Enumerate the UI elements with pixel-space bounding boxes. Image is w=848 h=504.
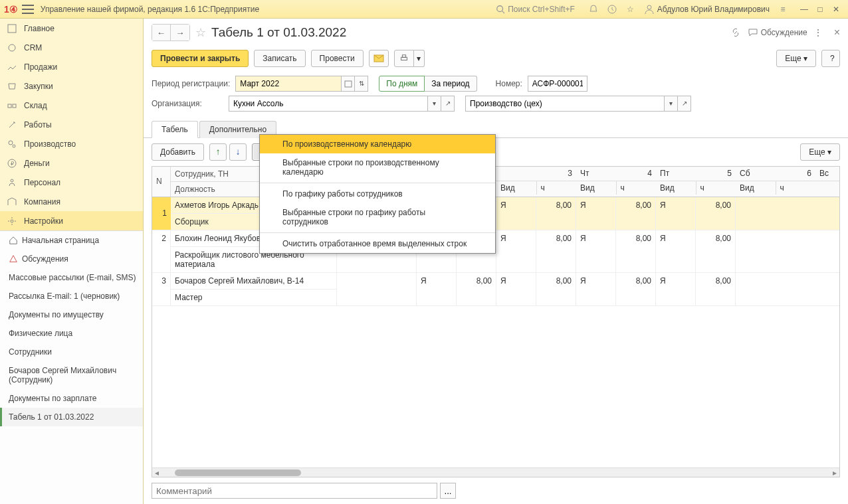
- menu-icon[interactable]: [22, 5, 34, 14]
- maximize-button[interactable]: □: [812, 3, 828, 16]
- star-icon[interactable]: ☆: [624, 3, 637, 16]
- sub-home[interactable]: Начальная страница: [0, 231, 143, 250]
- sub-individuals[interactable]: Физические лица: [0, 324, 143, 343]
- table-more-button[interactable]: Еще ▾: [800, 143, 840, 161]
- bell-icon[interactable]: [587, 3, 600, 16]
- move-down-button[interactable]: ↓: [229, 143, 247, 161]
- scroll-right-icon[interactable]: ▸: [830, 468, 839, 477]
- period-spinner[interactable]: ⇅: [355, 76, 368, 92]
- sub-email-draft[interactable]: Рассылка E-mail: 1 (черновик): [0, 287, 143, 305]
- nav-works[interactable]: Работы: [0, 115, 143, 134]
- global-search[interactable]: Поиск Ctrl+Shift+F: [496, 5, 575, 14]
- table-row[interactable]: 3 Бочаров Сергей Михайлович, В-14 Мастер…: [152, 273, 839, 306]
- grid-body[interactable]: 1 Ахметов Игорь Аркадь Сборщик Я 8,00 Я …: [152, 197, 839, 477]
- svg-line-1: [502, 11, 505, 13]
- help-button[interactable]: ?: [821, 50, 840, 67]
- svg-point-0: [497, 5, 503, 11]
- table-row[interactable]: 1 Ахметов Игорь Аркадь Сборщик Я 8,00 Я …: [152, 197, 839, 230]
- scroll-left-icon[interactable]: ◂: [152, 468, 161, 477]
- nav-production[interactable]: Производство: [0, 134, 143, 153]
- col-hours: ч: [537, 181, 577, 195]
- col-hours: ч: [776, 181, 816, 195]
- dept-dropdown-button[interactable]: ▾: [665, 96, 678, 112]
- calendar-icon: [344, 80, 352, 88]
- fill-selected-by-prod-calendar[interactable]: Выбранные строки по производственному ка…: [260, 153, 495, 181]
- row-number: 1: [152, 197, 171, 230]
- col-n: N: [152, 167, 171, 197]
- sub-mailings[interactable]: Массовые рассылки (E-mail, SMS): [0, 268, 143, 287]
- chat-icon: [748, 27, 758, 38]
- fill-by-schedule[interactable]: По графику работы сотрудников: [260, 185, 495, 203]
- settings-bars-icon[interactable]: ≡: [776, 3, 790, 16]
- by-days-toggle[interactable]: По дням: [379, 76, 425, 92]
- favorite-toggle[interactable]: ☆: [195, 25, 206, 40]
- nav-warehouse[interactable]: Склад: [0, 96, 143, 115]
- svg-rect-7: [13, 104, 16, 108]
- print-button[interactable]: [394, 50, 414, 67]
- discuss-button[interactable]: Обсуждение: [748, 27, 807, 38]
- sub-employee-card[interactable]: Бочаров Сергей Михайлович (Сотрудник): [0, 361, 143, 389]
- print-dropdown[interactable]: ▾: [414, 50, 425, 67]
- close-button[interactable]: ✕: [828, 3, 844, 16]
- dept-input[interactable]: [465, 96, 665, 112]
- nav-forward-button[interactable]: →: [171, 25, 189, 41]
- nav-crm[interactable]: CRM: [0, 38, 143, 57]
- org-input[interactable]: [229, 96, 428, 112]
- more-menu-icon[interactable]: ⋮: [814, 28, 822, 37]
- org-dropdown-button[interactable]: ▾: [428, 96, 441, 112]
- print-icon: [399, 54, 409, 63]
- sub-timesheet[interactable]: Табель 1 от 01.03.2022: [0, 408, 143, 426]
- fill-by-prod-calendar[interactable]: По производственному календарю: [260, 135, 495, 153]
- nav-settings[interactable]: Настройки: [0, 211, 143, 230]
- number-label: Номер:: [496, 79, 522, 88]
- nav-money[interactable]: ₽Деньги: [0, 153, 143, 173]
- user-name: Абдулов Юрий Владимирович: [657, 5, 770, 14]
- svg-point-12: [11, 179, 13, 182]
- nav-sales[interactable]: Продажи: [0, 57, 143, 76]
- nav-main[interactable]: Главное: [0, 19, 143, 38]
- history-icon[interactable]: [605, 3, 619, 16]
- col-kind: Вид: [576, 181, 617, 195]
- period-calendar-button[interactable]: [342, 76, 355, 92]
- col-kind: Вид: [736, 181, 776, 195]
- org-open-button[interactable]: ↗: [441, 96, 455, 112]
- scroll-thumb[interactable]: [175, 469, 301, 476]
- nav-personnel[interactable]: Персонал: [0, 173, 143, 192]
- comment-input[interactable]: [152, 483, 437, 499]
- nav-purchases[interactable]: Закупки: [0, 76, 143, 96]
- nav-back-button[interactable]: ←: [152, 25, 171, 41]
- post-button[interactable]: Провести: [311, 50, 364, 67]
- save-button[interactable]: Записать: [254, 50, 305, 67]
- link-icon[interactable]: [730, 27, 741, 38]
- fill-selected-by-schedule[interactable]: Выбранные строки по графику работы сотру…: [260, 203, 495, 231]
- by-period-toggle[interactable]: За период: [425, 76, 477, 92]
- more-button[interactable]: Еще ▾: [776, 50, 816, 67]
- user-menu[interactable]: Абдулов Юрий Владимирович: [644, 4, 770, 15]
- move-up-button[interactable]: ↑: [209, 143, 227, 161]
- dept-open-button[interactable]: ↗: [678, 96, 691, 112]
- sub-employees[interactable]: Сотрудники: [0, 343, 143, 361]
- dropdown-separator: [260, 232, 495, 233]
- doc-close-button[interactable]: ×: [834, 27, 840, 39]
- doc-title: Табель 1 от 01.03.2022: [211, 25, 346, 40]
- minimize-button[interactable]: —: [796, 3, 812, 16]
- row-number: 2: [152, 230, 171, 272]
- tabs: Табель Дополнительно: [144, 116, 848, 138]
- add-row-button[interactable]: Добавить: [152, 143, 204, 161]
- sub-salary-docs[interactable]: Документы по зарплате: [0, 389, 143, 408]
- titlebar: 1④ Управление нашей фирмой, редакция 1.6…: [0, 0, 848, 19]
- comment-expand-button[interactable]: ...: [440, 483, 456, 499]
- nav-company[interactable]: Компания: [0, 192, 143, 211]
- horizontal-scrollbar[interactable]: ◂ ▸: [152, 467, 839, 477]
- timesheet-grid: N Сотрудник, ТН Должность 3 Видч Чт4 Вид…: [152, 166, 840, 477]
- sub-discussions[interactable]: Обсуждения: [0, 250, 143, 268]
- tab-timesheet[interactable]: Табель: [152, 121, 198, 138]
- post-close-button[interactable]: Провести и закрыть: [152, 50, 249, 67]
- svg-rect-17: [345, 81, 352, 87]
- sub-property-docs[interactable]: Документы по имуществу: [0, 305, 143, 324]
- period-input[interactable]: [235, 76, 342, 92]
- clear-selected-time[interactable]: Очистить отработанное время выделенных с…: [260, 234, 495, 253]
- table-row[interactable]: 2 Блохин Леонид Якубович, В-10 Раскройщи…: [152, 230, 839, 273]
- email-button[interactable]: [369, 50, 389, 67]
- number-input[interactable]: [528, 76, 587, 92]
